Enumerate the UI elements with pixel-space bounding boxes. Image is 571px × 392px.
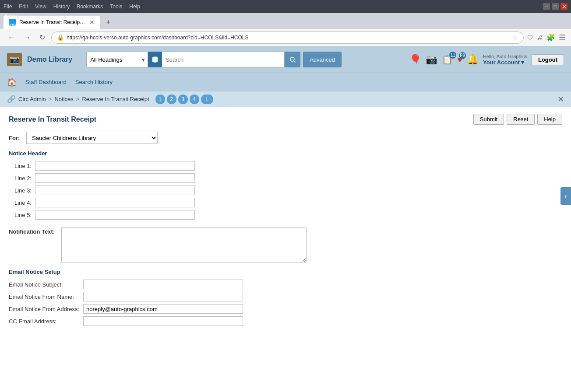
menu-file[interactable]: File	[4, 4, 12, 10]
svg-line-2	[294, 61, 296, 63]
menu-bookmarks[interactable]: Bookmarks	[77, 4, 103, 10]
line4-input[interactable]	[35, 198, 195, 207]
search-history-link[interactable]: Search History	[75, 79, 113, 85]
line3-row: Line 3:	[9, 186, 562, 195]
step-l-button[interactable]: L	[201, 94, 213, 104]
advanced-button[interactable]: Advanced	[303, 52, 342, 67]
breadcrumb-circ-admin[interactable]: Circ Admin	[18, 96, 46, 102]
email-from-name-row: Email Notice From Name:	[9, 292, 562, 301]
breadcrumb-sep-1: >	[49, 96, 52, 102]
address-bar-row: ← → ↻ 🔒 https://qa-hcols-verso.auto-grap…	[0, 29, 571, 46]
reset-button[interactable]: Reset	[507, 114, 535, 125]
for-row: For: Saucier Childrens Library	[9, 132, 562, 144]
notice-header-section: Notice Header Line 1: Line 2: Line 3: Li…	[9, 150, 562, 220]
submit-button[interactable]: Submit	[473, 114, 504, 125]
email-subject-row: Email Notice Subject:	[9, 280, 562, 289]
hello-text: Hello, Auto-Graphics	[483, 54, 527, 59]
menu-view[interactable]: View	[35, 4, 46, 10]
notification-text-textarea[interactable]	[61, 228, 307, 262]
cc-email-label: CC Email Address:	[9, 318, 83, 325]
step-2-button[interactable]: 2	[167, 94, 176, 104]
logout-button[interactable]: Logout	[532, 54, 564, 65]
email-section-heading: Email Notice Setup	[9, 269, 562, 275]
svg-point-1	[290, 57, 294, 61]
maximize-button[interactable]: □	[552, 3, 559, 10]
app-topnav: 📷 Demo Library All Headings ▾	[0, 46, 571, 73]
line3-input[interactable]	[35, 186, 195, 195]
close-button[interactable]: ✕	[560, 3, 567, 10]
bell-icon[interactable]: 🔔	[467, 54, 479, 65]
line3-label: Line 3:	[9, 187, 35, 194]
menu-edit[interactable]: Edit	[19, 4, 28, 10]
line1-row: Line 1:	[9, 161, 562, 171]
line1-input[interactable]	[35, 161, 195, 171]
your-account-button[interactable]: Your Account ▾	[483, 59, 527, 66]
toolbar-icons: 🛡 🖨 🧩 ☰	[527, 33, 566, 42]
line2-input[interactable]	[35, 173, 195, 183]
page-title-row: Reserve In Transit Receipt Submit Reset …	[9, 114, 562, 125]
email-from-name-label: Email Notice From Name:	[9, 294, 83, 300]
for-select[interactable]: Saucier Childrens Library	[26, 132, 158, 144]
active-tab[interactable]: Reserve In Transit Receipt Reserve In Tr…	[4, 16, 100, 29]
browser-menu: File Edit View History Bookmarks Tools H…	[4, 4, 140, 10]
camera-icon[interactable]: 📷	[426, 54, 437, 65]
search-input-box	[162, 52, 285, 67]
heart-badge: F9	[459, 52, 466, 59]
line5-input[interactable]	[35, 210, 195, 220]
print-icon[interactable]: 🖨	[537, 34, 543, 41]
bookmark-icon[interactable]: ☆	[512, 34, 518, 41]
url-bar[interactable]: 🔒 https://qa-hcols-verso.auto-graphics.c…	[51, 32, 524, 44]
step-3-button[interactable]: 3	[178, 94, 188, 104]
puzzle-icon[interactable]: 🧩	[546, 33, 555, 42]
database-icon[interactable]	[148, 52, 162, 67]
menu-help[interactable]: Help	[129, 4, 140, 10]
email-from-address-input[interactable]	[83, 304, 243, 314]
cc-email-input[interactable]	[83, 316, 243, 326]
refresh-button[interactable]: ↻	[37, 32, 48, 43]
headings-select-wrapper: All Headings ▾	[86, 52, 148, 67]
step-4-button[interactable]: 4	[190, 94, 199, 104]
email-from-address-label: Email Notice From Address:	[9, 306, 83, 312]
search-button[interactable]	[285, 52, 300, 67]
line4-row: Line 4:	[9, 198, 562, 207]
search-input[interactable]	[162, 52, 284, 67]
email-from-name-input[interactable]	[83, 292, 243, 301]
breadcrumb-sep-2: >	[76, 96, 80, 102]
home-icon[interactable]: 🏠	[7, 77, 17, 87]
user-info: Hello, Auto-Graphics Your Account ▾	[483, 54, 527, 66]
email-subject-input[interactable]	[83, 280, 243, 289]
list-icon-button[interactable]: 📋 11	[442, 54, 453, 65]
menu-history[interactable]: History	[53, 4, 70, 10]
help-button[interactable]: Help	[537, 114, 562, 125]
breadcrumb-icon: 🔗	[7, 95, 16, 103]
line2-label: Line 2:	[9, 175, 35, 182]
staff-dashboard-link[interactable]: Staff Dashboard	[25, 79, 67, 85]
breadcrumb-close-icon[interactable]: ✕	[557, 94, 564, 104]
tab-favicon: Reserve In Transit Receipt	[9, 19, 16, 26]
top-right-icons: 🎈 📷 📋 11 ♥ F9 🔔 Hello, Auto-Graphics You…	[409, 54, 564, 66]
menu-icon[interactable]: ☰	[559, 33, 566, 42]
tab-bar: Reserve In Transit Receipt Reserve In Tr…	[0, 13, 571, 29]
page-title: Reserve In Transit Receipt	[9, 116, 96, 123]
tab-title: Reserve In Transit Receipt | HCO	[19, 19, 86, 25]
headings-select[interactable]: All Headings	[87, 52, 139, 67]
minimize-button[interactable]: ─	[543, 3, 550, 10]
line5-row: Line 5:	[9, 210, 562, 220]
library-logo: 📷	[7, 53, 22, 66]
main-content: Reserve In Transit Receipt Submit Reset …	[0, 107, 571, 392]
shield-icon[interactable]: 🛡	[527, 34, 533, 41]
new-tab-button[interactable]: +	[101, 16, 116, 29]
step-1-button[interactable]: 1	[155, 94, 165, 104]
line4-label: Line 4:	[9, 200, 35, 206]
email-subject-label: Email Notice Subject:	[9, 281, 83, 288]
back-button[interactable]: ←	[5, 32, 18, 43]
notification-text-label: Notification Text:	[9, 228, 61, 235]
line1-label: Line 1:	[9, 163, 35, 169]
tab-close-icon[interactable]: ✕	[89, 19, 95, 26]
breadcrumb-notices[interactable]: Notices	[54, 96, 73, 102]
heart-icon-button[interactable]: ♥ F9	[457, 55, 462, 65]
balloon-icon[interactable]: 🎈	[409, 54, 421, 65]
menu-tools[interactable]: Tools	[110, 4, 122, 10]
forward-button[interactable]: →	[21, 32, 33, 43]
right-panel-toggle[interactable]: ‹	[560, 187, 571, 205]
